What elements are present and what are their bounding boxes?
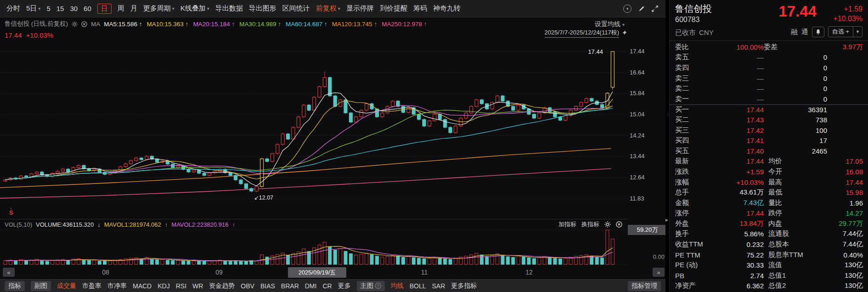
toolbar-item-label: 神奇九转 [433, 4, 461, 13]
stat-value: 0.232 [719, 240, 764, 248]
toolbar-item[interactable]: 周 [118, 4, 124, 13]
panel-divider[interactable]: ⋮⋮ ▶ [665, 0, 669, 292]
stat-value: 17.44 [719, 157, 764, 165]
mavol2-value: MAVOL2:223820.916 [171, 221, 228, 228]
ask-row[interactable]: 卖一—0 [670, 94, 868, 104]
bid-row[interactable]: 买四17.4117 [670, 135, 868, 146]
ma-legend-item: MA5:15.586 ↑ [104, 21, 142, 28]
bid-row[interactable]: 买三17.42100 [670, 125, 868, 136]
fund-flow-marker-icon[interactable]: ↑S [9, 208, 16, 217]
tab-更多[interactable]: 更多 [338, 282, 351, 290]
add-indicator-button[interactable]: 加指标 [558, 220, 576, 229]
toolbar-item[interactable]: 导出图形 [249, 4, 276, 13]
ask-row[interactable]: 卖三—0 [670, 73, 868, 84]
help-icon[interactable]: ? [375, 283, 381, 289]
indicator-manage-button[interactable]: 指标管理 [628, 281, 661, 291]
tab-副图[interactable]: 副图 [31, 281, 51, 291]
add-watchlist-button[interactable]: 自选 + ▼ [828, 26, 862, 37]
scroll-right-button[interactable]: » [653, 268, 665, 277]
toolbar-item[interactable]: 前复权▾ [316, 4, 340, 13]
vol-settings-gear-icon[interactable] [604, 221, 611, 228]
tab-成交量[interactable]: 成交量 [57, 282, 76, 290]
stat-label: 均价 [764, 157, 817, 166]
toolbar-item[interactable]: 导出数据 [215, 4, 243, 13]
bid-row[interactable]: 买五17.402465 [670, 146, 868, 156]
tab-DMI[interactable]: DMI [305, 282, 317, 290]
stat-label: 金额 [675, 199, 719, 207]
toolbar-item[interactable]: K线叠加▾ [180, 4, 209, 13]
panel-collapse-icon[interactable]: ▶ [665, 218, 668, 222]
ask-row[interactable]: 卖五—0 [670, 52, 868, 63]
toolbar-item[interactable]: 5日▾ [26, 4, 40, 13]
tab-WR[interactable]: WR [192, 282, 203, 290]
bid-volume: 100 [764, 126, 827, 134]
chevron-down-icon: ▾ [207, 6, 209, 11]
toolbar-item[interactable]: 15 [56, 5, 64, 12]
toolbar-item[interactable]: 区间统计 [282, 4, 310, 13]
tab-KDJ[interactable]: KDJ [158, 282, 169, 290]
tab-BRAR[interactable]: BRAR [281, 282, 299, 290]
toolbar-item[interactable]: 显示停牌 [346, 4, 374, 13]
toolbar-item[interactable]: 到价提醒 [380, 4, 407, 13]
tab-均线[interactable]: 均线 [391, 282, 404, 290]
chart-title: 鲁信创投 (日线,前复权) [5, 20, 68, 28]
tab-市盈率[interactable]: 市盈率 [82, 282, 101, 290]
collapse-toolbar-icon[interactable]: ▾ [623, 5, 631, 13]
tab-资金趋势[interactable]: 资金趋势 [209, 282, 235, 290]
bid-row[interactable]: 买一17.4436391 [670, 104, 868, 115]
toolbar-item[interactable]: 更多周期▾ [143, 4, 175, 13]
ma-settings-button[interactable]: 设置均线▾ [595, 20, 625, 29]
tab-RSI[interactable]: RSI [176, 282, 186, 290]
tab-SAR[interactable]: SAR [432, 282, 445, 290]
svg-text:↙12.07: ↙12.07 [254, 195, 273, 201]
ask-volume: 0 [764, 95, 827, 103]
ma-settings-gear-icon[interactable] [72, 21, 78, 27]
tab-OBV[interactable]: OBV [241, 282, 254, 290]
mavol2-direction: ↑ [232, 221, 235, 228]
tab-市净率[interactable]: 市净率 [107, 282, 127, 290]
toolbar-item[interactable]: 30 [70, 5, 78, 12]
ma-legend-item: MA120:13.745 ↑ [332, 21, 377, 28]
toolbar-item[interactable]: 日 [97, 4, 112, 14]
tab-BOLL[interactable]: BOLL [410, 282, 426, 290]
stat-label: PE (动) [675, 261, 719, 269]
toolbar-item-label: 到价提醒 [380, 4, 407, 13]
toolbar-item-label: 导出图形 [249, 4, 276, 13]
watchlist-caret-icon[interactable]: ▼ [853, 29, 862, 34]
scroll-left-button[interactable]: « [3, 268, 15, 277]
ask-row[interactable]: 卖四—0 [670, 63, 868, 73]
stock-name: 鲁信创投 [675, 3, 712, 15]
stat-row: 涨停17.44跌停14.27 [670, 208, 868, 219]
draw-brush-icon[interactable] [638, 6, 645, 12]
bid-row[interactable]: 买二17.43738 [670, 115, 868, 125]
toolbar-item-label: 显示停牌 [346, 4, 374, 13]
tab-指标[interactable]: 指标 [5, 281, 25, 291]
toolbar-item[interactable]: 筹码 [413, 4, 427, 13]
vol-close-icon[interactable] [616, 221, 622, 228]
tab-BIAS[interactable]: BIAS [260, 282, 275, 290]
switch-indicator-button[interactable]: 换指标 [581, 220, 599, 229]
bid-price: 17.42 [707, 126, 764, 134]
stat-label: 换手 [675, 229, 719, 238]
toolbar-item[interactable]: 神奇九转 [433, 4, 461, 13]
toolbar-item[interactable]: 分时 [6, 4, 20, 13]
tab-CR[interactable]: CR [322, 282, 332, 290]
fullscreen-icon[interactable] [652, 6, 658, 12]
ma-close-icon[interactable] [81, 21, 87, 27]
toolbar-item[interactable]: 5 [46, 5, 50, 12]
toolbar-item[interactable]: 60 [84, 5, 91, 12]
tab-更多指标[interactable]: 更多指标 [451, 282, 477, 290]
stat-label: 涨幅 [675, 178, 719, 187]
price-alert-bell-icon[interactable] [812, 27, 824, 37]
toolbar-item[interactable]: 月 [130, 4, 137, 13]
toolbar-item-label: 5日 [26, 4, 37, 13]
stat-label: 外盘 [675, 219, 719, 228]
ask-row[interactable]: 卖二—0 [670, 83, 868, 94]
ask-price: — [707, 95, 764, 103]
stat-row: PB2.74总值1130亿 [670, 270, 868, 281]
candlestick-chart[interactable]: ↙12.0717.44 [0, 34, 627, 219]
tab-MACD[interactable]: MACD [133, 282, 152, 290]
tab-label: 副图 [34, 282, 47, 290]
tab-主图[interactable]: 主图? [357, 281, 385, 291]
ask-price: — [707, 74, 764, 82]
